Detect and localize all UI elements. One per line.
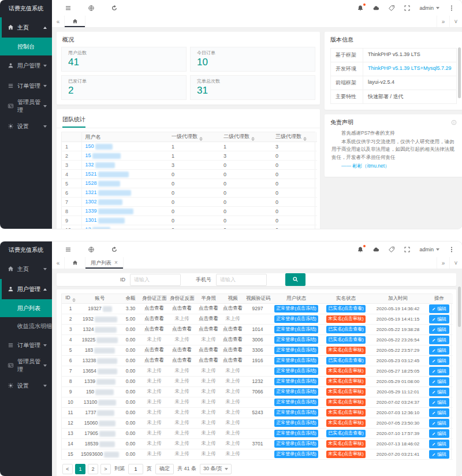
sidebar-item-5[interactable]: 设置 (0, 375, 52, 396)
realname-badge[interactable]: 未实名(点击审核) (326, 378, 365, 385)
username-cell[interactable]: 1301 (81, 216, 168, 225)
tabs-collapse-right[interactable]: » (437, 16, 449, 27)
menu-toggle-icon[interactable] (65, 5, 72, 12)
user-status-badge[interactable]: 正常登录(点击冻结) (274, 378, 318, 385)
realname-badge[interactable]: 已实名(点击查看) (326, 357, 365, 365)
username-cell[interactable]: 150 (81, 142, 168, 151)
tabs-collapse-left[interactable]: « (52, 257, 65, 269)
photo-view-link[interactable]: 点击查看 (168, 303, 196, 314)
edit-button[interactable]: 编辑 (429, 377, 449, 386)
realname-badge[interactable]: 未实名(点击审核) (326, 315, 365, 323)
page-confirm-button[interactable]: 确定 (155, 464, 174, 474)
photo-view-link[interactable]: 点击查看 (168, 355, 196, 366)
page-button-2[interactable]: 2 (88, 464, 98, 474)
username-cell[interactable]: 1321 (81, 188, 168, 198)
user-status-badge[interactable]: 正常登录(点击冻结) (274, 336, 318, 344)
user-status-badge[interactable]: 正常登录(点击冻结) (274, 440, 318, 448)
info-icon[interactable] (451, 120, 457, 125)
user-status-badge[interactable]: 正常登录(点击冻结) (274, 430, 318, 437)
realname-badge[interactable]: 已实名(点击查看) (326, 430, 365, 437)
sidebar-item-2[interactable]: 用户管理 (0, 55, 52, 76)
per-page-select[interactable]: 30 条/页 (200, 464, 232, 474)
realname-badge[interactable]: 未实名(点击审核) (326, 419, 365, 427)
photo-view-link[interactable]: 点击查看 (221, 303, 244, 314)
user-status-badge[interactable]: 正常登录(点击冻结) (274, 305, 318, 313)
sidebar-item-3[interactable]: 订单管理 (0, 76, 52, 96)
photo-view-link[interactable]: 点击查看 (221, 324, 244, 334)
photo-view-link[interactable]: 点击查看 (196, 355, 221, 366)
photo-view-link[interactable]: 点击查看 (196, 345, 221, 355)
scrollbar-thumb[interactable] (458, 287, 461, 327)
username-link[interactable]: 1521 (85, 171, 97, 177)
close-icon[interactable]: × (114, 260, 118, 266)
page-button-1[interactable]: 1 (75, 464, 85, 474)
page-prev-button[interactable]: < (62, 464, 73, 474)
admin-menu[interactable]: admin (419, 247, 439, 252)
user-status-badge[interactable]: 正常登录(点击冻结) (274, 451, 318, 458)
photo-view-link[interactable]: 点击查看 (196, 324, 221, 334)
realname-badge[interactable]: 未实名(点击审核) (326, 440, 365, 448)
photo-view-link[interactable]: 点击查看 (196, 314, 221, 324)
username-link[interactable]: 1301 (85, 217, 97, 223)
search-id-input[interactable] (130, 274, 181, 286)
sidebar-item-4[interactable]: 管理员管理 (0, 355, 52, 375)
search-phone-input[interactable] (216, 274, 267, 286)
username-link[interactable]: 150 (85, 143, 94, 149)
photo-view-link[interactable]: 点击查看 (140, 345, 168, 355)
realname-badge[interactable]: 已实名(点击查看) (326, 326, 365, 333)
edit-button[interactable]: 编辑 (429, 398, 449, 407)
photo-view-link[interactable]: 点击查看 (168, 324, 196, 334)
username-link[interactable]: 13 (85, 226, 91, 229)
photo-view-link[interactable]: 点击查看 (168, 345, 196, 355)
tabs-dropdown[interactable]: ˅ (449, 257, 462, 269)
username-cell[interactable]: 132 (81, 161, 168, 170)
photo-view-link[interactable]: 点击查看 (140, 324, 168, 334)
realname-badge[interactable]: 已实名(点击查看) (326, 305, 365, 313)
tabs-collapse-right[interactable]: » (437, 257, 449, 269)
username-cell[interactable]: 1339 (81, 207, 168, 216)
username-cell[interactable]: 1528 (81, 179, 168, 188)
realname-badge[interactable]: 未实名(点击审核) (326, 399, 365, 406)
tag-icon[interactable] (388, 5, 395, 12)
tabs-dropdown[interactable]: ˅ (449, 16, 462, 27)
realname-badge[interactable]: 未实名(点击审核) (326, 388, 365, 396)
menu-toggle-icon[interactable] (65, 246, 72, 253)
more-vertical-icon[interactable] (448, 246, 455, 253)
username-cell[interactable]: 13 (81, 225, 168, 229)
user-status-badge[interactable]: 正常登录(点击冻结) (274, 357, 318, 365)
fullscreen-icon[interactable] (404, 5, 411, 12)
refresh-icon[interactable] (111, 5, 118, 12)
disclaimer-signature-link[interactable]: —— 彬彬（itmu.net） (331, 162, 456, 170)
username-link[interactable]: 1528 (85, 180, 97, 186)
sidebar-item-3[interactable]: 订单管理 (0, 335, 52, 355)
sidebar-item-1[interactable]: 主页 (0, 17, 52, 38)
photo-view-link[interactable]: 点击查看 (221, 334, 244, 345)
refresh-icon[interactable] (111, 246, 118, 253)
fullscreen-icon[interactable] (404, 246, 411, 253)
edit-button[interactable]: 编辑 (429, 325, 449, 334)
user-status-badge[interactable]: 正常登录(点击冻结) (274, 419, 318, 427)
user-status-badge[interactable]: 正常登录(点击冻结) (274, 367, 318, 375)
edit-button[interactable]: 编辑 (429, 429, 449, 438)
edit-button[interactable]: 编辑 (429, 336, 449, 344)
column-header-3[interactable]: 二级代理数 (220, 132, 272, 142)
username-link[interactable]: 132 (85, 162, 94, 168)
username-link[interactable]: 15 (85, 153, 91, 158)
edit-button[interactable]: 编辑 (429, 315, 449, 323)
username-cell[interactable]: 1302 (81, 198, 168, 207)
edit-button[interactable]: 编辑 (429, 419, 449, 427)
realname-badge[interactable]: 未实名(点击审核) (326, 367, 365, 375)
bell-icon[interactable] (357, 246, 364, 253)
column-header-4[interactable]: 三级代理数 (272, 132, 317, 142)
user-status-badge[interactable]: 正常登录(点击冻结) (274, 399, 318, 406)
edit-button[interactable]: 编辑 (429, 356, 449, 365)
username-cell[interactable]: 15 (81, 151, 168, 161)
photo-view-link[interactable]: 点击查看 (140, 314, 168, 324)
photo-view-link[interactable]: 点击查看 (221, 355, 244, 366)
realname-badge[interactable]: 未实名(点击审核) (326, 347, 365, 354)
sidebar-item-5[interactable]: 设置 (0, 116, 52, 136)
edit-button[interactable]: 编辑 (429, 440, 449, 448)
search-button[interactable] (285, 273, 305, 286)
admin-menu[interactable]: admin (419, 5, 439, 11)
bell-icon[interactable] (357, 5, 364, 12)
